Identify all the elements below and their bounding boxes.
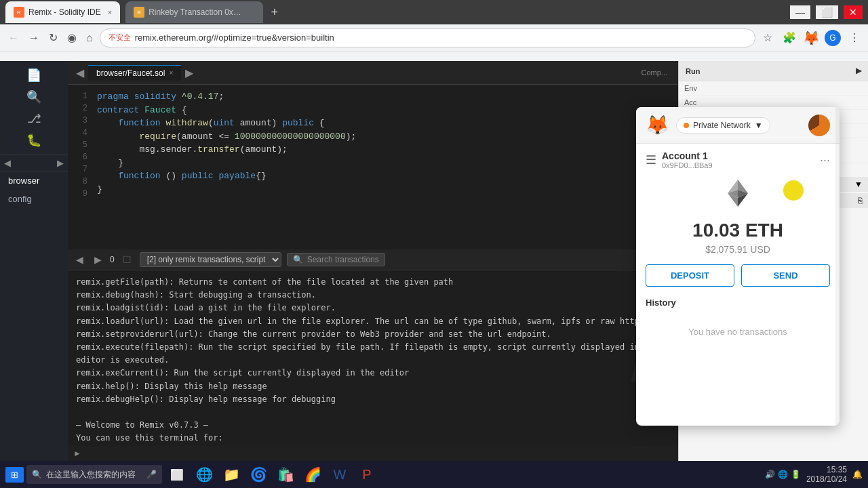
taskbar-word[interactable]: W	[328, 462, 352, 487]
stop-button[interactable]: ◉	[64, 28, 79, 47]
taskbar: ⊞ 🔍 在这里输入您搜索的内容 🎤 ⬜ 🌐 📁 🌀 🛍️ 🌈 W P 🔊 🌐 🔋…	[0, 461, 868, 488]
maximize-button[interactable]: ⬜	[816, 5, 838, 19]
network-icon[interactable]: 🌐	[778, 470, 788, 479]
mm-eth-icon	[721, 176, 755, 213]
run-panel-header: Run ▶	[679, 61, 868, 81]
terminal-line-9: remix.debugHelp(): Display help message …	[76, 393, 670, 406]
sidebar-item-config-label: config	[8, 194, 32, 204]
home-button[interactable]: ⌂	[83, 29, 96, 47]
nav-right-arrow[interactable]: ▶	[57, 158, 64, 168]
search-sidebar-icon[interactable]: 🔍	[24, 87, 44, 107]
terminal-toolbar: ◀ ▶ 0 ☐ [2] only remix transactions, scr…	[68, 249, 678, 270]
tab-rinkeby[interactable]: R Rinkeby Transaction 0xcc81c... ×	[125, 1, 262, 23]
env-row: Env	[679, 81, 868, 96]
title-bar: R Remix - Solidity IDE × R Rinkeby Trans…	[0, 0, 868, 24]
editor-tab-faucet[interactable]: browser/Faucet.sol ×	[88, 65, 181, 81]
profile-button[interactable]: G	[825, 30, 841, 46]
mm-balance-eth: 10.03 ETH	[646, 220, 830, 241]
nav-bar: ← → ↻ ◉ ⌂ 不安全 remix.ethereum.org/#optimi…	[0, 24, 868, 52]
mm-send-button[interactable]: SEND	[741, 264, 830, 287]
code-content: pragma solidity ^0.4.17; contract Faucet…	[92, 85, 678, 249]
taskbar-ppt[interactable]: P	[355, 462, 379, 487]
terminal-line-7: remix.exeCurrent(): Run the script curre…	[76, 367, 670, 380]
terminal-welcome: — Welcome to Remix v0.7.3 —	[76, 419, 670, 432]
taskbar-store[interactable]: 🛍️	[273, 462, 298, 487]
tabs-left-arrow[interactable]: ◀	[73, 65, 87, 81]
taskbar-explorer[interactable]: 📁	[219, 462, 243, 487]
compile-header: Comp...	[635, 68, 673, 77]
tab-remix[interactable]: R Remix - Solidity IDE ×	[5, 1, 120, 23]
tab-rinkeby-close[interactable]: ×	[250, 8, 254, 16]
terminal-line-5: remix.setproviderurl(url): Change the cu…	[76, 328, 670, 341]
metamask-icon[interactable]: 🦊	[803, 30, 819, 46]
terminal-search-icon: 🔍	[293, 255, 303, 264]
terminal-left-btn[interactable]: ◀	[73, 253, 86, 266]
taskbar-edge[interactable]: 🌀	[246, 462, 271, 487]
sidebar-item-browser[interactable]: browser	[0, 171, 68, 190]
terminal-mode-select[interactable]: [2] only remix transactions, script	[140, 252, 281, 267]
mm-menu-icon[interactable]: ☰	[646, 152, 656, 167]
security-warning: 不安全	[108, 33, 131, 43]
terminal-play-btn[interactable]: ▶	[92, 253, 104, 266]
metamask-popup: 🦊 Private Network ▼ ☰ Account 1 0x9FD0..…	[636, 107, 840, 426]
sidebar: 📄 🔍 ⎇ 🐛 ◀ ▶ browser config	[0, 61, 68, 461]
taskbar-right: 🔊 🌐 🔋 15:35 2018/10/24 🔔	[765, 465, 863, 484]
clock-time: 15:35	[806, 465, 847, 474]
start-button[interactable]: ⊞	[5, 467, 24, 483]
tab-remix-label: Remix - Solidity IDE	[28, 7, 101, 17]
address-bar[interactable]: 不安全 remix.ethereum.org/#optimize=true&ve…	[100, 28, 755, 47]
taskbar-icons: ⬜ 🌐 📁 🌀 🛍️ 🌈 W P	[165, 462, 379, 487]
volume-icon[interactable]: 🔊	[765, 470, 775, 479]
terminal-search-box[interactable]: 🔍 Search transactions	[287, 253, 385, 266]
refresh-button[interactable]: ↻	[46, 28, 60, 47]
rinkeby-favicon: R	[134, 7, 144, 18]
taskbar-cortana[interactable]: ⬜	[165, 462, 189, 487]
git-icon[interactable]: ⎇	[24, 108, 44, 129]
editor-tabs: ◀ browser/Faucet.sol × ▶ Comp...	[68, 61, 678, 85]
microphone-icon[interactable]: 🎤	[146, 470, 157, 479]
mm-network-chevron-icon: ▼	[755, 121, 763, 130]
terminal-use-info: You can use this terminal for:	[76, 432, 670, 445]
browser-chrome: R Remix - Solidity IDE × R Rinkeby Trans…	[0, 0, 868, 61]
mm-network-label: Private Network	[693, 121, 751, 130]
menu-icon[interactable]: ⋮	[846, 30, 863, 46]
taskbar-sys-icons: 🔊 🌐 🔋	[765, 470, 801, 479]
notification-icon[interactable]: 🔔	[852, 470, 863, 479]
mm-history-title: History	[646, 298, 830, 308]
taskbar-time-display: 15:35 2018/10/24	[806, 465, 847, 484]
code-editor[interactable]: 1 2 3 4 5 6 7 8 9 pragma solidity ^0.4.1…	[68, 85, 678, 249]
taskbar-chrome[interactable]: 🌐	[192, 462, 216, 487]
nav-left-arrow[interactable]: ◀	[4, 158, 11, 168]
debug-icon[interactable]: 🐛	[24, 130, 44, 150]
terminal-checkbox[interactable]: ☐	[120, 253, 134, 266]
mm-more-icon[interactable]: ···	[820, 153, 830, 167]
terminal-line-2: remix.debug(hash): Start debugging a tra…	[76, 289, 670, 302]
taskbar-chrome2[interactable]: 🌈	[300, 462, 325, 487]
minimize-button[interactable]: —	[790, 5, 810, 19]
run-panel-expand[interactable]: ▶	[856, 66, 861, 75]
taskbar-search[interactable]: 🔍 在这里输入您搜索的内容 🎤	[26, 465, 162, 484]
mm-network-button[interactable]: Private Network ▼	[676, 117, 770, 134]
new-tab-button[interactable]: +	[271, 5, 279, 20]
editor-tab-faucet-label: browser/Faucet.sol	[96, 68, 165, 78]
sidebar-item-config[interactable]: config	[0, 190, 68, 208]
close-button[interactable]: ✕	[844, 5, 863, 19]
remix-favicon: R	[14, 7, 24, 18]
mm-history-section: History You have no transactions	[646, 298, 830, 350]
files-icon[interactable]: 📄	[24, 65, 44, 85]
run-panel-title: Run	[686, 67, 700, 75]
battery-icon[interactable]: 🔋	[791, 470, 801, 479]
terminal-prompt-arrow[interactable]: ►	[73, 449, 81, 458]
deploy-copy-icon[interactable]: ⎘	[858, 196, 863, 205]
extension-icon[interactable]: 🧩	[781, 30, 797, 46]
taskbar-search-icon: 🔍	[32, 470, 42, 479]
taskbar-search-label: 在这里输入您搜索的内容	[46, 469, 136, 481]
forward-button[interactable]: →	[26, 29, 42, 47]
back-button[interactable]: ←	[5, 29, 22, 47]
tabs-right-arrow[interactable]: ▶	[182, 65, 196, 81]
mm-deposit-button[interactable]: DEPOSIT	[646, 264, 734, 287]
editor-tab-close-icon[interactable]: ×	[169, 69, 173, 77]
mm-color-avatar[interactable]	[808, 115, 830, 136]
bookmark-icon[interactable]: ☆	[760, 30, 776, 46]
tab-remix-close[interactable]: ×	[108, 8, 112, 16]
